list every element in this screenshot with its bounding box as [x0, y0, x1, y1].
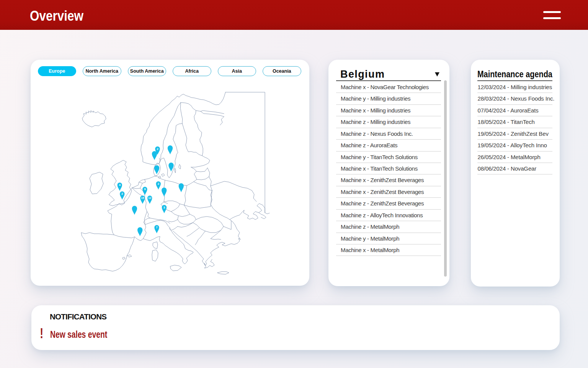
svg-text:15: 15 [141, 197, 144, 199]
svg-text:4: 4 [119, 183, 121, 187]
svg-text:3: 3 [163, 206, 165, 209]
svg-text:7: 7 [156, 226, 158, 229]
svg-text:12: 12 [148, 197, 151, 199]
svg-text:2: 2 [121, 192, 123, 195]
svg-text:9: 9 [144, 187, 146, 191]
svg-text:2: 2 [157, 182, 159, 186]
svg-text:2: 2 [157, 147, 158, 151]
